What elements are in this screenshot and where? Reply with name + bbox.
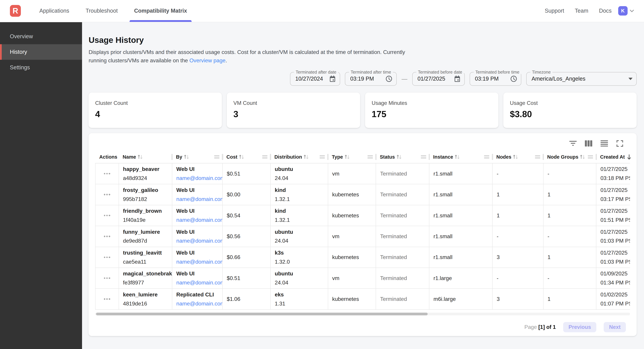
column-resize-handle[interactable] [484,156,489,158]
column-resize-handle[interactable] [535,156,540,158]
density-icon[interactable] [600,139,608,148]
terminated-before-time-input[interactable]: Terminated before time 03:19 PM [470,72,521,85]
actions-cell [95,163,118,184]
created-time: 01:03 PM PST [600,237,630,244]
created-by-email[interactable]: name@domain.com [176,300,222,307]
dropdown-arrow-icon[interactable] [625,78,632,80]
created-time: 01:51 PM PST [600,217,630,224]
avatar[interactable]: K [618,6,628,15]
table-row: magical_stonebrakerfe3f8977Web UIname@do… [95,268,630,289]
sort-icon [344,154,350,160]
column-label: By [176,154,182,160]
column-resize-handle[interactable] [368,156,373,158]
distribution-cell: k3s1.32.0 [270,247,328,268]
instance-cell: r1.large [429,268,492,288]
column-resize-handle[interactable] [262,156,268,158]
filters-row: Terminated after date 10/27/2024 Termina… [88,72,636,85]
column-header-status[interactable]: Status [376,151,429,163]
column-header-cost[interactable]: Cost [222,151,270,163]
timezone-select[interactable]: Timezone America/Los_Angeles [526,72,637,85]
filter-icon[interactable] [569,139,577,148]
created-by-email[interactable]: name@domain.com [176,175,222,182]
nav-link-support[interactable]: Support [545,8,564,14]
column-resize-handle[interactable] [214,156,220,158]
page-value: [1] of 1 [538,324,556,330]
nodes-value: - [497,171,543,177]
node-groups-value: - [548,171,596,177]
cluster-name: keen_lumiere [123,291,172,298]
previous-button[interactable]: Previous [563,322,596,332]
nodes-value: 1 [497,191,543,198]
created-by-email[interactable]: name@domain.com [176,196,222,203]
type-cell: vm [328,163,376,184]
created-time: 03:17 PM PST [600,196,630,203]
clock-icon[interactable] [382,75,392,82]
created-by-email[interactable]: name@domain.com [176,217,222,224]
page-title: Usage History [88,36,636,45]
terminated-before-date-input[interactable]: Terminated before date 01/27/2025 [412,72,465,85]
row-actions-button[interactable] [102,171,112,176]
column-header-instance[interactable]: Instance [429,151,492,163]
terminated-after-date-input[interactable]: Terminated after date 10/27/2024 [290,72,340,85]
column-separator[interactable] [270,154,271,160]
nav-tab-applications[interactable]: Applications [35,0,74,22]
column-label: Status [380,154,395,160]
calendar-icon[interactable] [326,75,336,82]
sort-icon [454,154,460,160]
horizontal-scrollbar[interactable] [95,313,630,316]
column-separator[interactable] [596,154,597,160]
created-by-email[interactable]: name@domain.com [176,258,222,265]
row-actions-button[interactable] [102,192,112,197]
fullscreen-icon[interactable] [616,139,624,148]
column-header-name[interactable]: Name [118,151,172,163]
column-resize-handle[interactable] [320,156,325,158]
created-by: Web UI [176,228,222,235]
columns-icon[interactable] [584,139,593,148]
cluster-id: 4819de16 [123,300,172,307]
nav-link-team[interactable]: Team [575,8,588,14]
column-header-node-groups[interactable]: Node Groups [543,151,596,163]
clock-icon[interactable] [506,75,517,82]
field-value: 03:19 PM [350,76,374,82]
replicated-logo-icon[interactable]: R [10,5,21,17]
created-by-email[interactable]: name@domain.com [176,279,222,286]
column-separator[interactable] [222,154,223,160]
created-by-email[interactable]: name@domain.com [176,237,222,244]
sidebar-item-overview[interactable]: Overview [0,29,82,44]
sidebar-item-history[interactable]: History [0,44,82,60]
column-separator[interactable] [543,154,544,160]
row-actions-button[interactable] [102,297,112,302]
column-separator[interactable] [172,154,172,160]
distribution-cell: ubuntu24.04 [270,268,328,288]
column-header-distribution[interactable]: Distribution [270,151,328,163]
nav-tab-troubleshoot[interactable]: Troubleshoot [81,0,122,22]
nav-tab-label: Applications [39,8,69,14]
nav-link-docs[interactable]: Docs [599,8,612,14]
row-actions-button[interactable] [102,276,112,281]
column-separator[interactable] [492,154,493,160]
next-button[interactable]: Next [604,322,626,332]
terminated-after-time-input[interactable]: Terminated after time 03:19 PM [345,72,396,85]
column-header-by[interactable]: By [172,151,222,163]
stat-label: Usage Cost [510,100,630,106]
column-header-nodes[interactable]: Nodes [492,151,543,163]
row-actions-button[interactable] [102,213,112,218]
column-separator[interactable] [327,154,328,160]
column-separator[interactable] [429,154,430,160]
column-header-created-at[interactable]: Created At [596,151,630,163]
row-actions-button[interactable] [102,255,112,260]
chevron-down-icon[interactable] [629,8,635,14]
column-resize-handle[interactable] [421,156,426,158]
name-cell: trusting_leavittcae5ea11 [118,247,172,268]
column-label: Actions [99,154,118,160]
column-header-type[interactable]: Type [328,151,376,163]
sidebar-item-settings[interactable]: Settings [0,60,82,75]
calendar-icon[interactable] [450,75,461,82]
nav-tab-compatibility-matrix[interactable]: Compatibility Matrix [130,0,192,22]
sidebar: Overview History Settings [0,22,82,349]
overview-page-link[interactable]: Overview page [189,57,226,63]
column-separator[interactable] [375,154,376,160]
row-actions-button[interactable] [102,234,112,239]
column-resize-handle[interactable] [588,156,593,158]
scrollbar-thumb[interactable] [96,313,428,316]
